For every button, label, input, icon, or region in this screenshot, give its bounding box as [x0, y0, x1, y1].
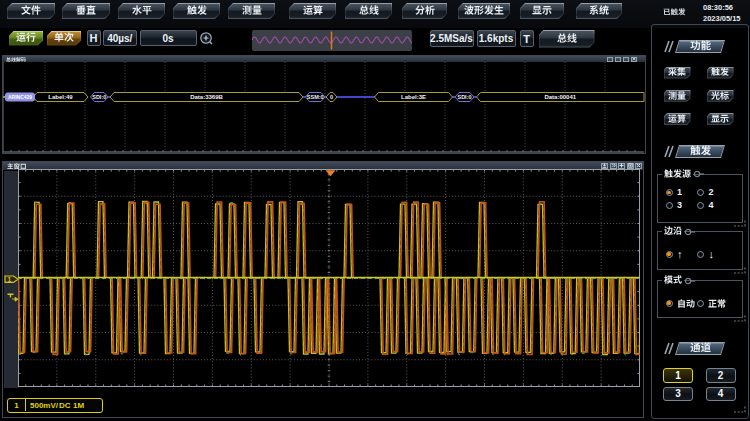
- svg-text:Label:49: Label:49: [48, 94, 73, 100]
- svg-text:Data:3369B: Data:3369B: [190, 94, 223, 100]
- svg-text:SDI:0: SDI:0: [457, 94, 471, 100]
- svg-text:Label:3E: Label:3E: [401, 94, 426, 100]
- svg-text:ARINC429: ARINC429: [8, 94, 32, 100]
- svg-text:Data:00041: Data:00041: [544, 94, 576, 100]
- svg-text:SDI:0: SDI:0: [92, 94, 106, 100]
- svg-text:SSM:0: SSM:0: [307, 94, 324, 100]
- svg-text:0: 0: [330, 94, 333, 100]
- svg-text:1: 1: [7, 275, 11, 282]
